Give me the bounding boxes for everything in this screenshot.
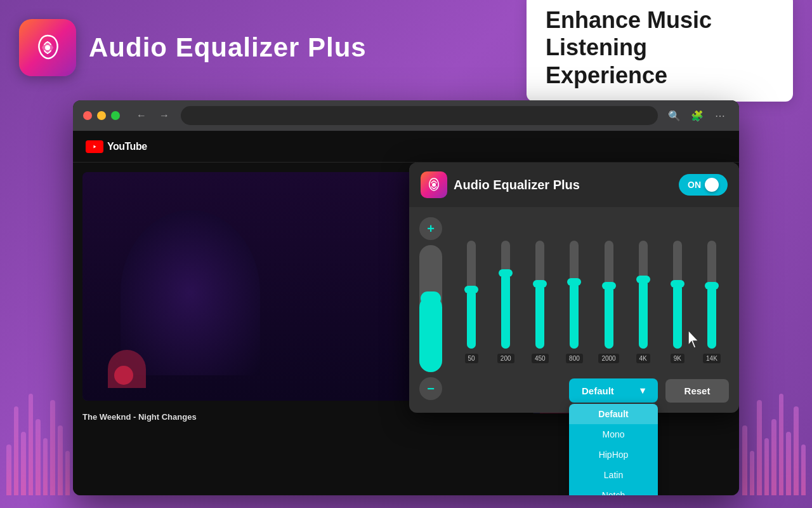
address-bar[interactable] [181, 106, 658, 125]
eq-slider-fill-9k [673, 284, 682, 349]
eq-slider-fill-2000 [605, 286, 613, 349]
eq-freq-label-2000: 2000 [598, 354, 619, 363]
eq-freq-label-14k: 14K [703, 354, 721, 363]
eq-slider-track-4k[interactable] [639, 241, 648, 349]
eq-slider-track-14k[interactable] [707, 241, 716, 349]
close-button[interactable] [83, 111, 92, 120]
minimize-button[interactable] [97, 111, 106, 120]
volume-thumb [421, 291, 441, 305]
eq-slider-thumb-2000 [602, 282, 616, 290]
eq-bottom-controls: Default ▾ Default Mono HipHop Latin Notc… [409, 378, 739, 413]
preset-option-latin[interactable]: Latin [569, 465, 658, 485]
tagline-text: Enhance MusicListening Experience [546, 6, 774, 89]
tagline-box: Enhance MusicListening Experience [527, 0, 793, 102]
svg-point-1 [432, 183, 436, 187]
browser-toolbar: ← → 🔍 🧩 ⋯ [73, 100, 739, 131]
app-logo-icon [19, 19, 76, 76]
eq-toggle-button[interactable]: ON [679, 174, 728, 196]
eq-slider-fill-14k [707, 286, 716, 349]
youtube-logo: YouTube [86, 140, 147, 153]
eq-slider-track-800[interactable] [570, 241, 579, 349]
video-title: The Weeknd - Night Changes [82, 412, 516, 422]
nav-arrows: ← → [133, 107, 173, 124]
eq-freq-label-9k: 9K [671, 354, 684, 363]
eq-logo-icon [421, 171, 447, 198]
app-title: Audio Equalizer Plus [89, 32, 367, 63]
eq-volume-slider: + − [419, 217, 442, 400]
browser-actions: 🔍 🧩 ⋯ [665, 107, 729, 124]
youtube-header: YouTube [73, 131, 739, 163]
eq-slider-track-50[interactable] [467, 241, 476, 349]
eq-title: Audio Equalizer Plus [454, 178, 580, 192]
chevron-down-icon: ▾ [640, 385, 645, 396]
eq-preset-label: Default [582, 385, 614, 396]
eq-slider-fill-50 [467, 290, 476, 349]
eq-slider-2000: 2000 [592, 241, 626, 363]
eq-slider-200: 200 [488, 241, 523, 363]
preset-option-default[interactable]: Default [569, 404, 658, 424]
preset-option-notch[interactable]: Notch [569, 485, 658, 495]
eq-freq-label-450: 450 [532, 354, 549, 363]
eq-preset-button[interactable]: Default ▾ [569, 378, 658, 403]
eq-slider-thumb-4k [636, 276, 650, 283]
eq-preset-dropdown-menu: Default Mono HipHop Latin Notch [569, 404, 658, 495]
eq-header: Audio Equalizer Plus ON [409, 163, 739, 207]
youtube-wordmark: YouTube [107, 141, 147, 152]
eq-slider-thumb-14k [705, 282, 719, 290]
app-logo-section: Audio Equalizer Plus [19, 19, 367, 76]
forward-button[interactable]: → [155, 107, 173, 124]
eq-slider-fill-800 [570, 282, 579, 349]
eq-toggle-label: ON [688, 180, 701, 190]
eq-slider-thumb-200 [499, 269, 513, 277]
eq-slider-thumb-450 [533, 280, 547, 288]
eq-slider-track-9k[interactable] [673, 241, 682, 349]
maximize-button[interactable] [111, 111, 120, 120]
volume-plus-button[interactable]: + [419, 217, 442, 240]
youtube-logo-icon [86, 140, 103, 153]
preset-option-mono[interactable]: Mono [569, 424, 658, 444]
back-button[interactable]: ← [133, 107, 150, 124]
eq-slider-800: 800 [557, 241, 591, 363]
eq-preset-dropdown: Default ▾ Default Mono HipHop Latin Notc… [569, 378, 658, 403]
eq-slider-track-450[interactable] [535, 241, 544, 349]
app-header: Audio Equalizer Plus Enhance MusicListen… [0, 0, 812, 95]
extensions-icon[interactable]: 🧩 [688, 107, 706, 124]
eq-freq-label-50: 50 [465, 354, 478, 363]
eq-reset-button[interactable]: Reset [665, 379, 729, 403]
equalizer-panel: Audio Equalizer Plus ON + − [409, 163, 739, 413]
eq-body: + − 50 [409, 207, 739, 373]
eq-slider-14k: 14K [695, 241, 729, 363]
more-icon[interactable]: ⋯ [711, 107, 729, 124]
eq-slider-450: 450 [523, 241, 557, 363]
eq-sliders-area: 50 200 [454, 217, 729, 363]
volume-minus-button[interactable]: − [419, 377, 442, 400]
eq-freq-label-200: 200 [497, 354, 514, 363]
eq-logo-section: Audio Equalizer Plus [421, 171, 580, 198]
traffic-lights [83, 111, 120, 120]
eq-slider-fill-450 [535, 284, 544, 349]
eq-slider-4k: 4K [626, 241, 660, 363]
eq-slider-track-200[interactable] [501, 241, 510, 349]
browser-window: ← → 🔍 🧩 ⋯ YouTube [73, 100, 739, 495]
eq-slider-50: 50 [454, 241, 488, 363]
eq-slider-thumb-800 [567, 278, 581, 286]
search-icon[interactable]: 🔍 [665, 107, 683, 124]
eq-slider-9k: 9K [660, 241, 695, 363]
browser-content: YouTube [73, 131, 739, 495]
eq-slider-track-2000[interactable] [605, 241, 613, 349]
volume-fill [419, 296, 442, 372]
eq-slider-thumb-9k [671, 280, 684, 288]
eq-slider-fill-200 [501, 273, 510, 349]
volume-track[interactable] [419, 245, 442, 372]
eq-slider-fill-4k [639, 279, 648, 349]
eq-slider-thumb-50 [464, 286, 478, 293]
svg-point-0 [45, 45, 50, 50]
eq-toggle-circle [705, 178, 719, 192]
preset-option-hiphop[interactable]: HipHop [569, 444, 658, 465]
eq-freq-label-4k: 4K [636, 354, 650, 363]
eq-freq-label-800: 800 [566, 354, 583, 363]
